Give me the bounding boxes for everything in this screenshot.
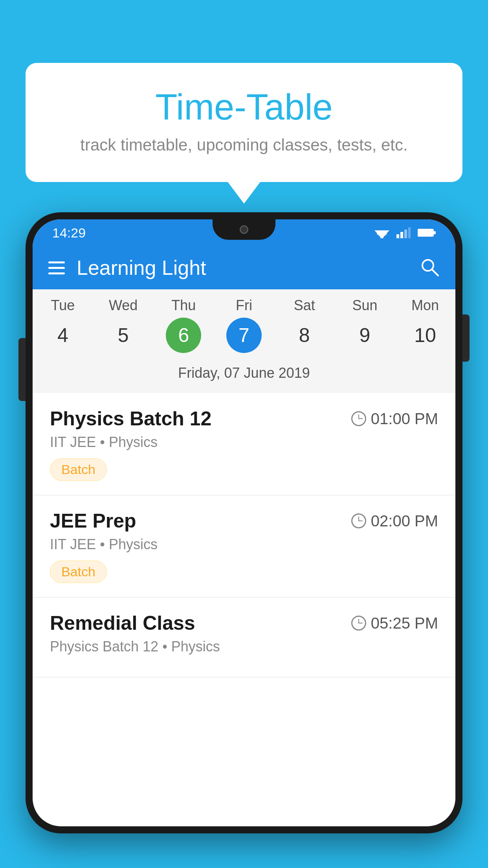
day-7-selected[interactable]: 7 — [226, 318, 262, 353]
clock-icon-2 — [351, 513, 366, 528]
menu-button[interactable] — [48, 261, 65, 274]
battery-icon — [418, 228, 436, 237]
phone-screen: 14:29 — [33, 219, 455, 826]
selected-date-label: Friday, 07 June 2019 — [33, 361, 455, 389]
schedule-item-1-badge: Batch — [50, 458, 107, 481]
day-name-sat[interactable]: Sat — [274, 297, 335, 314]
day-5[interactable]: 5 — [106, 318, 141, 353]
speech-bubble-container: Time-Table track timetable, upcoming cla… — [26, 63, 462, 182]
schedule-item-1-time-text: 01:00 PM — [371, 410, 438, 428]
day-name-sun[interactable]: Sun — [335, 297, 395, 314]
day-name-fri[interactable]: Fri — [214, 297, 274, 314]
clock-icon-3 — [351, 616, 366, 631]
schedule-item-3-header: Remedial Class 05:25 PM — [50, 612, 438, 634]
svg-rect-5 — [404, 230, 407, 238]
search-button[interactable] — [419, 257, 440, 279]
svg-rect-8 — [418, 230, 430, 235]
schedule-item-2-badge: Batch — [50, 561, 107, 583]
svg-rect-3 — [396, 234, 399, 238]
day-8[interactable]: 8 — [287, 318, 322, 353]
day-name-wed[interactable]: Wed — [93, 297, 154, 314]
schedule-item-3-time: 05:25 PM — [351, 614, 438, 632]
camera-notch — [240, 225, 248, 234]
calendar-strip: Tue Wed Thu Fri Sat Sun Mon 4 5 6 7 8 9 … — [33, 289, 455, 393]
phone-notch — [213, 219, 275, 240]
schedule-item-1-time: 01:00 PM — [351, 410, 438, 428]
wifi-icon — [374, 227, 389, 238]
schedule-item-2-time-text: 02:00 PM — [371, 512, 438, 530]
speech-bubble: Time-Table track timetable, upcoming cla… — [26, 63, 462, 182]
schedule-item-1-header: Physics Batch 12 01:00 PM — [50, 407, 438, 430]
day-6-today[interactable]: 6 — [166, 318, 201, 353]
clock-icon-1 — [351, 411, 366, 426]
schedule-item-1-title: Physics Batch 12 — [50, 407, 211, 430]
search-icon — [419, 257, 440, 277]
schedule-item-1-sub: IIT JEE • Physics — [50, 434, 438, 451]
svg-rect-9 — [434, 231, 436, 234]
day-names-row: Tue Wed Thu Fri Sat Sun Mon — [33, 297, 455, 314]
schedule-item-3[interactable]: Remedial Class 05:25 PM Physics Batch 12… — [33, 598, 455, 677]
day-numbers-row: 4 5 6 7 8 9 10 — [33, 318, 455, 353]
schedule-item-2-header: JEE Prep 02:00 PM — [50, 509, 438, 532]
schedule-item-2-title: JEE Prep — [50, 509, 136, 532]
status-icons — [374, 227, 436, 238]
schedule-item-2[interactable]: JEE Prep 02:00 PM IIT JEE • Physics Batc… — [33, 495, 455, 598]
svg-line-11 — [432, 269, 438, 276]
svg-rect-4 — [400, 232, 403, 238]
phone-container: 14:29 — [26, 212, 462, 868]
day-name-thu[interactable]: Thu — [153, 297, 214, 314]
status-time: 14:29 — [52, 225, 86, 241]
day-name-tue[interactable]: Tue — [33, 297, 93, 314]
phone-outer: 14:29 — [26, 212, 462, 833]
schedule-item-3-time-text: 05:25 PM — [371, 614, 438, 632]
speech-bubble-subtitle: track timetable, upcoming classes, tests… — [57, 136, 431, 154]
schedule-item-2-sub: IIT JEE • Physics — [50, 536, 438, 553]
schedule-item-2-time: 02:00 PM — [351, 512, 438, 530]
app-title: Learning Light — [77, 256, 206, 280]
schedule-item-1[interactable]: Physics Batch 12 01:00 PM IIT JEE • Phys… — [33, 393, 455, 495]
signal-icon — [396, 227, 411, 238]
schedule-list: Physics Batch 12 01:00 PM IIT JEE • Phys… — [33, 393, 455, 677]
day-4[interactable]: 4 — [45, 318, 81, 353]
schedule-item-3-sub: Physics Batch 12 • Physics — [50, 638, 438, 655]
svg-rect-6 — [408, 227, 411, 238]
day-name-mon[interactable]: Mon — [395, 297, 455, 314]
day-10[interactable]: 10 — [407, 318, 443, 353]
app-bar-left: Learning Light — [48, 256, 206, 280]
speech-bubble-title: Time-Table — [57, 86, 431, 128]
schedule-item-3-title: Remedial Class — [50, 612, 195, 634]
app-bar: Learning Light — [33, 246, 455, 289]
day-9[interactable]: 9 — [347, 318, 382, 353]
